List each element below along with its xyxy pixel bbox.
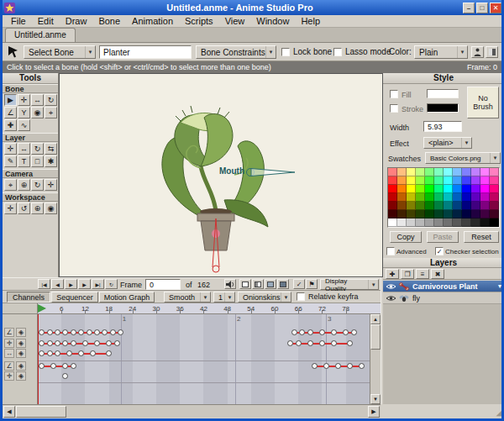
view-shaded-button[interactable] <box>265 279 276 289</box>
channel-icon[interactable]: ◈ <box>16 361 26 371</box>
palette-swatch[interactable] <box>425 168 434 176</box>
particles-tool[interactable]: ✱ <box>45 155 57 167</box>
palette-swatch[interactable] <box>453 193 462 202</box>
palette-swatch[interactable] <box>407 210 416 218</box>
palette-swatch[interactable] <box>444 202 453 210</box>
palette-swatch[interactable] <box>471 202 480 210</box>
zoom-camera-tool[interactable]: ⊕ <box>18 179 30 191</box>
insert-text-tool[interactable]: T <box>18 155 30 167</box>
scroll-up-icon[interactable]: ▲ <box>370 314 381 324</box>
bone-constraints-dropdown[interactable]: Bone Constraints ▼ <box>196 45 276 59</box>
translate-bone-tool[interactable]: ✛ <box>18 94 30 106</box>
step-forward-button[interactable]: ▶ <box>78 279 91 289</box>
menu-item-scripts[interactable]: Scripts <box>179 16 219 26</box>
palette-swatch[interactable] <box>480 218 490 227</box>
palette-swatch[interactable] <box>462 202 471 210</box>
palette-swatch[interactable] <box>444 176 453 185</box>
scroll-right-icon[interactable]: ▶ <box>368 406 380 418</box>
palette-swatch[interactable] <box>434 202 444 210</box>
palette-swatch[interactable] <box>444 218 453 227</box>
manipulate-bones-tool[interactable]: ✚ <box>4 119 17 131</box>
duplicate-layer-button[interactable]: ≡ <box>416 269 429 279</box>
keyframe-dot[interactable] <box>106 340 112 346</box>
palette-swatch[interactable] <box>462 193 471 202</box>
rotate-bone-tool[interactable]: ↻ <box>45 94 57 106</box>
palette-swatch[interactable] <box>425 185 434 193</box>
palette-swatch[interactable] <box>397 210 407 218</box>
palette-swatch[interactable] <box>407 168 416 176</box>
palette-swatch[interactable] <box>453 202 462 210</box>
channel-icon[interactable]: ↔ <box>4 349 14 358</box>
track-camera-tool[interactable]: ⌖ <box>4 179 17 191</box>
palette-swatch[interactable] <box>416 193 425 202</box>
relative-keyframes-checkbox[interactable] <box>297 292 305 301</box>
channel-icon[interactable]: ◈ <box>16 339 26 348</box>
palette-swatch[interactable] <box>416 210 425 218</box>
menu-item-draw[interactable]: Draw <box>60 16 93 26</box>
palette-swatch[interactable] <box>462 176 471 185</box>
keyframe-dot[interactable] <box>87 329 92 335</box>
delete-layer-button[interactable]: ✖ <box>431 269 444 279</box>
minimize-button[interactable]: – <box>463 3 475 13</box>
copy-style-button[interactable]: Copy <box>390 231 422 243</box>
channel-icon[interactable]: ◈ <box>16 328 26 337</box>
keyframe-dot[interactable] <box>47 340 53 346</box>
timeline-ruler[interactable]: 6121824303642485460667278 <box>3 303 381 314</box>
palette-swatch[interactable] <box>453 185 462 193</box>
playhead-marker-icon[interactable] <box>38 304 46 313</box>
bone-strength-tool[interactable]: ◉ <box>31 107 44 118</box>
keyframe-dot[interactable] <box>114 340 120 346</box>
keyframe-dot[interactable] <box>331 329 337 335</box>
maximize-button[interactable]: □ <box>476 3 488 13</box>
palette-swatch[interactable] <box>397 168 407 176</box>
titlebar[interactable]: Untitled.anme - Anime Studio Pro – □ ✕ <box>0 0 504 15</box>
keyframe-dot[interactable] <box>62 329 68 335</box>
palette-swatch[interactable] <box>416 185 425 193</box>
palette-swatch[interactable] <box>453 168 462 176</box>
scroll-left-icon[interactable]: ◀ <box>3 406 15 418</box>
palette-swatch[interactable] <box>434 210 444 218</box>
document-tab[interactable]: Untitled.anme <box>5 28 76 42</box>
palette-swatch[interactable] <box>480 193 490 202</box>
scroll-down-icon[interactable]: ▼ <box>370 394 381 404</box>
menu-item-help[interactable]: Help <box>295 16 326 26</box>
keyframe-dot[interactable] <box>55 340 60 346</box>
canvas[interactable]: Mouth <box>59 73 383 277</box>
select-bone-tool[interactable]: ▶ <box>4 94 17 106</box>
zoom-workspace-tool[interactable]: ⊕ <box>31 203 44 214</box>
keyframe-dot[interactable] <box>291 329 297 335</box>
palette-swatch[interactable] <box>434 185 444 193</box>
rotate-layer-tool[interactable]: ↻ <box>31 143 44 155</box>
audio-icon[interactable] <box>224 279 236 289</box>
step-back-button[interactable]: ◀ <box>51 279 64 289</box>
interpolation-dropdown[interactable]: Smooth ▼ <box>164 292 211 303</box>
menu-item-edit[interactable]: Edit <box>32 16 60 26</box>
palette-swatch[interactable] <box>480 210 490 218</box>
timeline-vertical-scrollbar[interactable]: ▲ ▼ <box>370 314 381 404</box>
keyframe-dot[interactable] <box>106 350 112 356</box>
scale-bone-tool[interactable]: ↔ <box>31 94 44 106</box>
palette-swatch[interactable] <box>490 185 499 193</box>
palette-swatch[interactable] <box>480 185 490 193</box>
keyframe-dot[interactable] <box>102 329 108 335</box>
go-end-button[interactable]: ▶| <box>92 279 104 289</box>
no-brush-button[interactable]: No Brush <box>467 87 499 118</box>
keyframe-dot[interactable] <box>359 363 365 369</box>
keyframe-dot[interactable] <box>110 329 116 335</box>
palette-swatch[interactable] <box>480 168 490 176</box>
paste-style-button[interactable]: Paste <box>427 231 459 243</box>
timeline-tracks[interactable]: ∠◈✛◈↔◈∠◈✛◈ 123 <box>3 314 381 404</box>
swatches-dropdown[interactable]: Basic Colors.png ▼ <box>425 152 501 164</box>
keyframe-dot[interactable] <box>66 350 72 356</box>
menu-item-file[interactable]: File <box>5 16 32 26</box>
palette-swatch[interactable] <box>471 193 480 202</box>
translate-layer-tool[interactable]: ✛ <box>4 143 17 155</box>
palette-swatch[interactable] <box>425 176 434 185</box>
select-bone-dropdown[interactable]: Select Bone ▼ <box>24 45 96 59</box>
keyframe-dot[interactable] <box>39 350 45 356</box>
keyframe-dot[interactable] <box>47 350 53 356</box>
close-button[interactable]: ✕ <box>490 3 501 13</box>
keyframe-dot[interactable] <box>335 363 341 369</box>
palette-swatch[interactable] <box>425 210 434 218</box>
palette-swatch[interactable] <box>397 185 407 193</box>
